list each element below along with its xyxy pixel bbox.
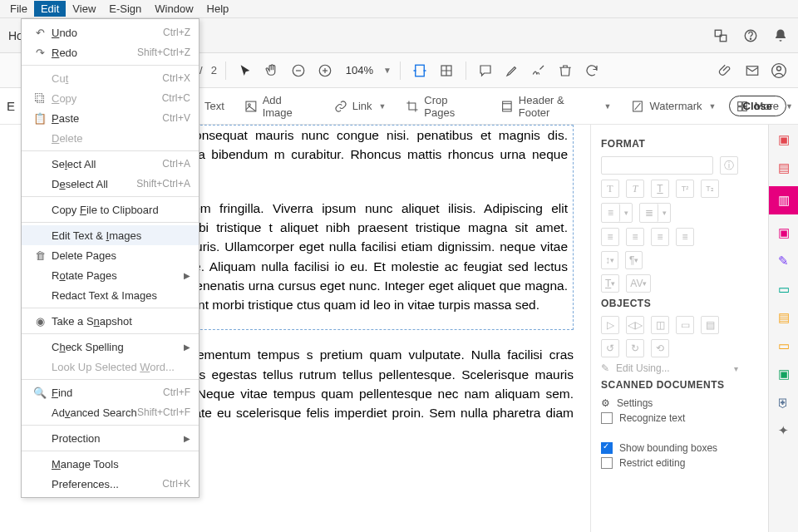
fit-width-icon[interactable]	[409, 60, 431, 81]
delete-icon[interactable]	[554, 60, 576, 81]
sb-create-icon[interactable]: ▣	[774, 130, 794, 150]
close-button[interactable]: Close	[729, 96, 786, 116]
link-button[interactable]: Link▼	[329, 96, 392, 116]
menu-item-deselect-all[interactable]: Deselect AllShift+Ctrl+A	[22, 174, 199, 194]
replace-icon[interactable]: ⟲	[651, 339, 669, 357]
menu-esign[interactable]: E-Sign	[102, 1, 148, 17]
menu-item-delete-pages[interactable]: 🗑Delete Pages	[22, 245, 199, 265]
menu-item-rotate-pages[interactable]: Rotate Pages▶	[22, 265, 199, 285]
bell-icon[interactable]	[773, 28, 788, 43]
help-icon[interactable]	[743, 28, 758, 43]
email-icon[interactable]	[741, 60, 763, 81]
style-italic[interactable]: T	[626, 180, 644, 198]
menu-item-undo[interactable]: ↶UndoCtrl+Z	[22, 22, 199, 42]
zoom-out-icon[interactable]	[288, 60, 309, 81]
sb-fill-sign-icon[interactable]: ✎	[774, 251, 794, 271]
menu-item-select-all[interactable]: Select AllCtrl+A	[22, 154, 199, 174]
sign-icon[interactable]	[528, 60, 549, 81]
edit-menu-dropdown: ↶UndoCtrl+Z↷RedoShift+Ctrl+ZCutCtrl+X⿻Co…	[21, 18, 200, 498]
menu-item-protection[interactable]: Protection▶	[22, 428, 199, 448]
sb-comment-icon[interactable]: ▣	[774, 223, 794, 243]
menu-item-look-up-selected-word-: Look Up Selected Word...	[22, 357, 199, 377]
sb-export-icon[interactable]: ▤	[774, 158, 794, 178]
sb-redact-icon[interactable]: ▤	[774, 308, 794, 328]
menu-edit[interactable]: Edit	[34, 1, 66, 17]
font-family-select[interactable]	[601, 156, 713, 175]
sb-organize-icon[interactable]: ▭	[774, 279, 794, 299]
zoom-value[interactable]: 104%	[341, 64, 378, 76]
menu-item-paste[interactable]: 📋PasteCtrl+V	[22, 108, 199, 128]
menu-item-find[interactable]: 🔍FindCtrl+F	[22, 382, 199, 402]
menu-item-edit-text-images[interactable]: Edit Text & Images	[22, 225, 199, 245]
right-sidebar: ▣ ▤ ▥ ▣ ✎ ▭ ▤ ▭ ▣ ⛨ ✦	[768, 125, 798, 532]
align-right[interactable]: ≡	[651, 228, 669, 246]
fit-page-icon[interactable]	[436, 60, 457, 81]
list-number-drop[interactable]: ▾	[658, 204, 670, 222]
menu-item-redo[interactable]: ↷RedoShift+Ctrl+Z	[22, 42, 199, 62]
add-image-button[interactable]: Add Image	[239, 91, 319, 122]
page-sep: /	[200, 64, 203, 76]
selection-tool-icon[interactable]	[234, 60, 256, 81]
menu-item-advanced-search[interactable]: Advanced SearchShift+Ctrl+F	[22, 402, 199, 422]
menu-window[interactable]: Window	[148, 1, 200, 17]
menu-item-take-a-snapshot[interactable]: ◉Take a Snapshot	[22, 311, 199, 331]
svg-rect-16	[503, 101, 512, 111]
menu-file[interactable]: File	[3, 1, 34, 17]
style-sub[interactable]: T₂	[701, 180, 719, 198]
style-regular[interactable]: T	[601, 180, 619, 198]
arrange-icon[interactable]: ▭	[676, 316, 694, 334]
font-info-icon[interactable]: ⓘ	[720, 156, 738, 175]
align-center[interactable]: ≡	[626, 228, 644, 246]
zoom-in-icon[interactable]	[314, 60, 336, 81]
sb-protect-icon[interactable]: ⛨	[774, 392, 794, 412]
sb-edit-icon[interactable]: ▥	[769, 186, 799, 214]
align-left[interactable]: ≡	[601, 228, 619, 246]
menu-item-copy-file-to-clipboard[interactable]: Copy File to Clipboard	[22, 200, 199, 219]
menu-item-copy: ⿻CopyCtrl+C	[22, 88, 199, 108]
sb-compare-icon[interactable]: ▭	[774, 336, 794, 356]
menu-item-cut: CutCtrl+X	[22, 68, 199, 88]
account-icon[interactable]	[768, 60, 790, 81]
align-obj-icon[interactable]: ▤	[701, 316, 719, 334]
header-footer-button[interactable]: Header & Footer▼	[495, 91, 616, 122]
menu-item-check-spelling[interactable]: Check Spelling▶	[22, 337, 199, 357]
edit-using-button[interactable]: ✎Edit Using...▾	[601, 362, 738, 374]
text-color[interactable]: T ▾	[601, 274, 619, 293]
list-bullet[interactable]: ≡	[602, 204, 620, 222]
align-justify[interactable]: ≡	[676, 228, 694, 246]
format-panel: FORMAT ⓘ T T T T² T₂ ≡ ▾ ≣ ▾ ≡ ≡ ≡ ≡	[590, 125, 748, 532]
crop-button[interactable]: Crop Pages	[401, 91, 485, 122]
sb-more-tools-icon[interactable]: ✦	[774, 421, 794, 441]
highlight-icon[interactable]	[501, 60, 523, 81]
flip-v-icon[interactable]: ◁▷	[626, 316, 644, 334]
menu-item-preferences-[interactable]: Preferences...Ctrl+K	[22, 474, 199, 494]
menu-view[interactable]: View	[66, 1, 102, 17]
flip-h-icon[interactable]: ▷	[601, 316, 619, 334]
char-spacing[interactable]: AV ▾	[626, 274, 651, 293]
style-super[interactable]: T²	[676, 180, 694, 198]
menu-help[interactable]: Help	[200, 1, 236, 17]
rotate-icon[interactable]	[581, 60, 603, 81]
sb-measure-icon[interactable]: ▣	[774, 364, 794, 384]
menu-item-manage-tools[interactable]: Manage Tools	[22, 454, 199, 474]
bounding-boxes-checkbox[interactable]: Show bounding boxes	[601, 442, 738, 454]
line-spacing[interactable]: ↕ ▾	[601, 251, 618, 269]
rotate-ccw-icon[interactable]: ↺	[601, 339, 619, 357]
format-heading: FORMAT	[601, 138, 738, 150]
menu-item-redact-text-images[interactable]: Redact Text & Images	[22, 285, 199, 305]
watermark-button[interactable]: Watermark▼	[626, 96, 721, 116]
crop-obj-icon[interactable]: ◫	[651, 316, 669, 334]
list-bullet-drop[interactable]: ▾	[620, 204, 632, 222]
attach-icon[interactable]	[715, 60, 736, 81]
hand-tool-icon[interactable]	[261, 60, 283, 81]
comment-icon[interactable]	[475, 60, 496, 81]
para-spacing[interactable]: ¶ ▾	[625, 251, 643, 269]
rotate-cw-icon[interactable]: ↻	[626, 339, 644, 357]
restrict-checkbox[interactable]: Restrict editing	[601, 457, 738, 469]
style-underline[interactable]: T	[651, 180, 669, 198]
edit-text-button[interactable]: Text	[200, 96, 229, 116]
recognize-checkbox[interactable]: Recognize text	[601, 412, 738, 424]
share-icon[interactable]	[713, 28, 728, 43]
settings-button[interactable]: ⚙Settings	[601, 397, 738, 409]
list-number[interactable]: ≣	[640, 204, 658, 222]
